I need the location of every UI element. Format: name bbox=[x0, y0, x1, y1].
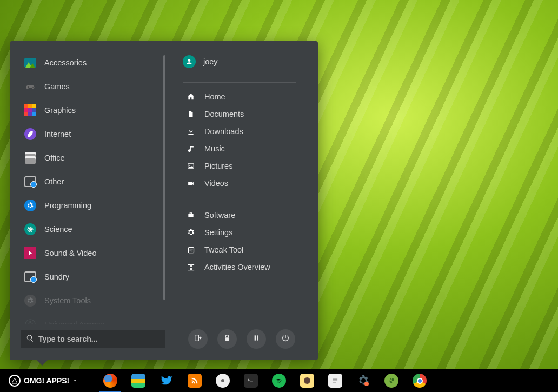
chrome-icon bbox=[413, 374, 427, 388]
sundry-icon bbox=[24, 270, 37, 283]
category-sundry[interactable]: Sundry bbox=[21, 265, 165, 289]
place-music[interactable]: Music bbox=[183, 140, 307, 157]
svg-rect-20 bbox=[255, 335, 256, 340]
category-programming[interactable]: Programming bbox=[21, 194, 165, 217]
task-chrome[interactable] bbox=[406, 369, 434, 392]
svg-point-23 bbox=[364, 382, 369, 386]
suspend-button[interactable] bbox=[247, 329, 266, 349]
category-universal-access[interactable]: Universal Access bbox=[21, 313, 165, 324]
office-icon bbox=[24, 151, 37, 164]
places-column: joey Home Documents Downloads Music P bbox=[165, 51, 307, 324]
system-settings[interactable]: Settings bbox=[183, 224, 307, 241]
place-label: Videos bbox=[204, 179, 228, 188]
category-sound-video[interactable]: Sound & Video bbox=[21, 241, 165, 265]
svg-point-1 bbox=[32, 87, 34, 88]
category-graphics[interactable]: Graphics bbox=[21, 98, 165, 122]
separator bbox=[183, 201, 296, 201]
category-games[interactable]: Games bbox=[21, 75, 165, 98]
place-downloads[interactable]: Downloads bbox=[183, 123, 307, 140]
brand-logo-icon bbox=[9, 375, 21, 387]
brand-label: OMG! APPS! bbox=[24, 376, 69, 385]
category-other[interactable]: Other bbox=[21, 170, 165, 194]
power-button[interactable] bbox=[276, 329, 295, 349]
search-box[interactable] bbox=[21, 330, 165, 348]
taskbar: OMG! APPS! bbox=[0, 369, 558, 392]
disc-icon bbox=[216, 374, 230, 388]
user-row[interactable]: joey bbox=[183, 51, 307, 72]
system-tools-icon bbox=[24, 294, 37, 307]
task-rhythmbox[interactable] bbox=[293, 369, 321, 392]
place-documents[interactable]: Documents bbox=[183, 105, 307, 123]
search-input[interactable] bbox=[38, 335, 160, 343]
task-twitter[interactable] bbox=[152, 369, 181, 392]
category-label: Office bbox=[44, 154, 65, 162]
svg-rect-14 bbox=[188, 214, 193, 217]
category-system-tools[interactable]: System Tools bbox=[21, 289, 165, 313]
logout-icon bbox=[194, 334, 202, 344]
system-label: Activities Overview bbox=[204, 263, 270, 271]
software-icon bbox=[186, 210, 196, 220]
logout-button[interactable] bbox=[188, 329, 208, 349]
task-terminal[interactable] bbox=[237, 369, 265, 392]
task-firefox[interactable] bbox=[96, 369, 124, 392]
task-rss[interactable] bbox=[181, 369, 209, 392]
system-tweak-tool[interactable]: Tweak Tool bbox=[183, 241, 307, 258]
settings-icon bbox=[186, 228, 196, 237]
svg-rect-19 bbox=[225, 337, 229, 341]
system-label: Settings bbox=[204, 228, 232, 237]
categories-scrollbar[interactable] bbox=[163, 55, 165, 300]
universal-access-icon bbox=[24, 318, 37, 324]
svg-point-0 bbox=[32, 87, 33, 88]
brand-menu-button[interactable]: OMG! APPS! bbox=[5, 375, 81, 387]
task-text-editor[interactable] bbox=[321, 369, 349, 392]
pause-icon bbox=[252, 334, 261, 344]
place-videos[interactable]: Videos bbox=[183, 175, 307, 192]
files-icon bbox=[131, 374, 145, 388]
task-settings[interactable] bbox=[349, 369, 377, 392]
system-activities[interactable]: Activities Overview bbox=[183, 258, 307, 276]
svg-point-22 bbox=[192, 382, 194, 384]
application-menu: Accessories Games Graphics bbox=[10, 41, 318, 360]
svg-rect-18 bbox=[195, 335, 199, 341]
gnome-foot-icon bbox=[384, 374, 398, 388]
place-pictures[interactable]: Pictures bbox=[183, 157, 307, 175]
search-icon bbox=[26, 334, 34, 344]
internet-icon bbox=[24, 128, 37, 141]
document-icon bbox=[186, 109, 196, 119]
system-software[interactable]: Software bbox=[183, 207, 307, 224]
terminal-icon bbox=[244, 374, 258, 388]
svg-point-4 bbox=[30, 229, 31, 230]
task-disc[interactable] bbox=[209, 369, 237, 392]
category-label: System Tools bbox=[44, 296, 91, 305]
other-icon bbox=[24, 175, 37, 188]
graphics-icon bbox=[24, 104, 37, 117]
category-label: Universal Access bbox=[44, 320, 104, 324]
tweak-icon bbox=[186, 245, 196, 255]
spotify-icon bbox=[272, 374, 286, 388]
lock-button[interactable] bbox=[217, 329, 237, 349]
svg-rect-15 bbox=[188, 247, 194, 253]
svg-point-9 bbox=[29, 321, 31, 323]
download-icon bbox=[186, 127, 196, 136]
place-label: Music bbox=[204, 144, 225, 153]
videos-icon bbox=[186, 178, 196, 188]
programming-icon bbox=[24, 199, 37, 212]
categories-column: Accessories Games Graphics bbox=[21, 51, 165, 324]
category-science[interactable]: Science bbox=[21, 217, 165, 241]
place-label: Home bbox=[204, 92, 225, 101]
power-icon bbox=[281, 334, 290, 344]
task-gnome[interactable] bbox=[377, 369, 406, 392]
svg-point-17 bbox=[191, 250, 192, 251]
category-office[interactable]: Office bbox=[21, 146, 165, 170]
separator bbox=[183, 82, 296, 83]
category-accessories[interactable]: Accessories bbox=[21, 51, 165, 75]
category-internet[interactable]: Internet bbox=[21, 122, 165, 146]
lock-icon bbox=[223, 334, 231, 344]
place-home[interactable]: Home bbox=[183, 88, 307, 105]
category-label: Programming bbox=[44, 201, 91, 210]
svg-point-26 bbox=[389, 379, 390, 380]
system-label: Tweak Tool bbox=[204, 245, 243, 254]
science-icon bbox=[24, 223, 37, 236]
task-spotify[interactable] bbox=[265, 369, 293, 392]
task-files[interactable] bbox=[124, 369, 152, 392]
